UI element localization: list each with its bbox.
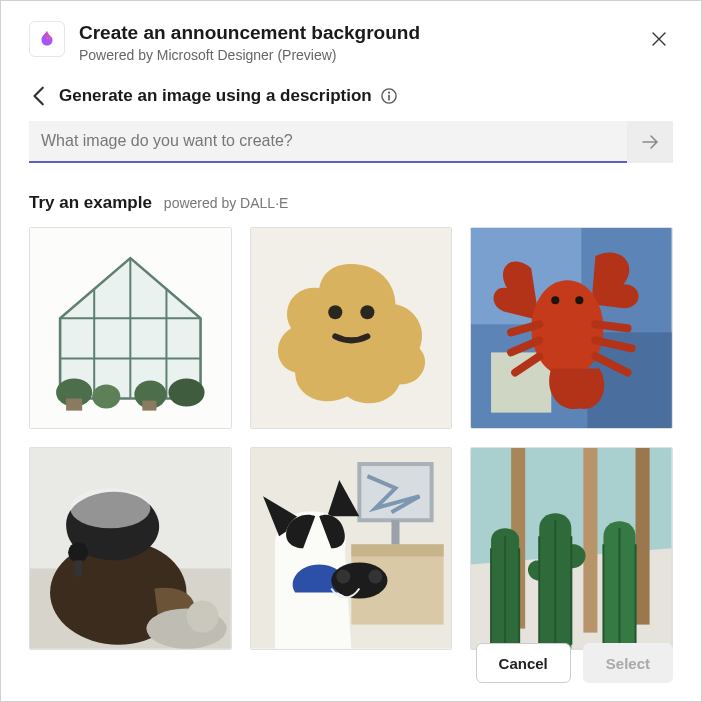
chevron-left-icon: [29, 85, 51, 107]
submit-button[interactable]: [627, 121, 673, 163]
cancel-button[interactable]: Cancel: [476, 643, 571, 683]
svg-point-18: [552, 296, 560, 304]
example-thumb-cacti[interactable]: [470, 447, 673, 650]
svg-point-24: [68, 543, 88, 563]
dialog-footer: Cancel Select: [476, 643, 673, 683]
try-example-label: Try an example: [29, 193, 152, 213]
svg-rect-9: [142, 400, 156, 410]
example-thumb-greenhouse[interactable]: [29, 227, 232, 430]
svg-rect-8: [66, 398, 82, 410]
designer-app-icon: [29, 21, 65, 57]
example-thumb-bear-helmet[interactable]: [29, 447, 232, 650]
svg-point-34: [336, 570, 350, 584]
select-button[interactable]: Select: [583, 643, 673, 683]
svg-point-5: [92, 384, 120, 408]
dialog-header: Create an announcement background Powere…: [29, 21, 673, 63]
svg-rect-32: [391, 521, 399, 545]
designer-dialog: Create an announcement background Powere…: [0, 0, 702, 702]
dialog-title: Create an announcement background: [79, 21, 645, 45]
example-thumb-sponge[interactable]: [250, 227, 453, 430]
close-button[interactable]: [645, 25, 673, 53]
svg-point-35: [368, 570, 382, 584]
breadcrumb-label: Generate an image using a description: [59, 86, 372, 106]
examples-grid: [29, 227, 673, 650]
dialog-subtitle: Powered by Microsoft Designer (Preview): [79, 47, 645, 63]
prompt-input-row: [29, 121, 673, 163]
examples-header: Try an example powered by DALL·E: [29, 193, 673, 213]
arrow-right-icon: [640, 132, 660, 152]
svg-rect-2: [388, 95, 390, 101]
svg-point-7: [168, 378, 204, 406]
svg-point-23: [70, 489, 150, 529]
svg-point-19: [576, 296, 584, 304]
close-icon: [651, 31, 667, 47]
example-thumb-cat-gaming[interactable]: [250, 447, 453, 650]
back-button[interactable]: [29, 85, 51, 107]
svg-rect-30: [351, 545, 443, 557]
svg-point-12: [360, 305, 374, 319]
svg-rect-39: [636, 448, 650, 625]
example-thumb-lobster[interactable]: [470, 227, 673, 430]
info-icon[interactable]: [380, 87, 398, 105]
svg-rect-38: [584, 448, 598, 633]
svg-rect-25: [74, 561, 82, 577]
svg-point-11: [328, 305, 342, 319]
powered-by-label: powered by DALL·E: [164, 195, 289, 211]
svg-point-27: [187, 601, 219, 633]
svg-point-1: [388, 91, 390, 93]
svg-point-17: [532, 280, 604, 376]
prompt-input[interactable]: [29, 121, 627, 163]
breadcrumb: Generate an image using a description: [29, 85, 673, 107]
